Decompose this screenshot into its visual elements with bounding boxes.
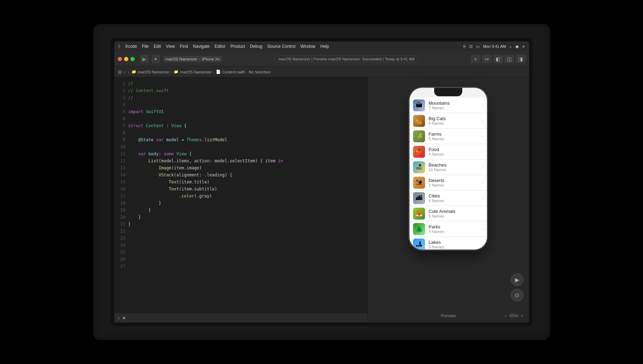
list-thumbnail: 🏖	[413, 161, 425, 173]
secondary-toolbar: ⊞ ‹ › 📁 macOS Namerizer › 📁 macOS Nameri…	[114, 67, 529, 77]
list-text: Big Cats 9 Names	[429, 116, 482, 125]
navigator-button[interactable]: ◧	[493, 55, 503, 63]
preview-play-button[interactable]: ▶	[511, 273, 523, 286]
screen:  Xcode File Edit View Find Navigate Edi…	[114, 41, 529, 323]
back-icon[interactable]: ‹	[124, 69, 126, 75]
breadcrumb-sep-2: ›	[213, 70, 214, 74]
menu-find[interactable]: Find	[180, 44, 188, 49]
list-item[interactable]: 🏙 Cities 4 Names ›	[410, 190, 487, 206]
list-item[interactable]: 🏞 Lakes 5 Names ›	[410, 237, 487, 249]
zoom-controls: − 65% +	[504, 313, 523, 318]
list-item[interactable]: 🐆 Big Cats 9 Names ›	[410, 113, 487, 129]
clock: Mon 9:41 AM	[483, 44, 506, 48]
breadcrumb-project-icon: 📁	[131, 70, 136, 74]
chevron-right-icon: ›	[482, 134, 483, 139]
list-text: Mountains 7 Names	[429, 100, 482, 110]
list-item[interactable]: 🦊 Cute Animals 5 Names ›	[410, 206, 487, 221]
minimize-button[interactable]	[124, 57, 128, 61]
menu-product[interactable]: Product	[231, 44, 245, 49]
toggle-layout-button[interactable]: ⇔	[482, 55, 492, 63]
list-item-subtitle: 9 Names	[429, 121, 482, 125]
list-item-subtitle: 3 Names	[429, 183, 482, 187]
zoom-out-button[interactable]: −	[504, 313, 507, 318]
list-thumbnail: 🍎	[413, 146, 425, 158]
menu-help[interactable]: Help	[320, 44, 329, 49]
menu-view[interactable]: View	[166, 44, 175, 49]
maximize-button[interactable]	[130, 57, 135, 61]
menu-window[interactable]: Window	[300, 44, 315, 49]
menu-icon[interactable]: ≡	[522, 44, 525, 48]
list-thumbnail: 🌾	[413, 130, 425, 142]
chevron-right-icon: ›	[482, 118, 483, 123]
list-item-subtitle: 4 Names	[429, 152, 482, 156]
list-text: Deserts 3 Names	[429, 178, 482, 187]
iphone-notch	[434, 88, 462, 96]
list-item[interactable]: 🌾 Farms 5 Names ›	[410, 129, 487, 144]
toolbar-right-buttons: + ⇔ ◧ ◫ ◨	[471, 55, 526, 63]
menubar-right: ⎘ ⊡ ▭ Mon 9:41 AM ⌕ ◉ ≡	[463, 44, 525, 49]
list-text: Parks 9 Names	[429, 224, 482, 234]
preview-label: Preview	[441, 313, 456, 318]
chevron-right-icon: ›	[482, 149, 483, 154]
list-item-title: Lakes	[429, 240, 482, 245]
breadcrumb-file[interactable]: Content.swift	[222, 70, 245, 74]
menu-edit[interactable]: Edit	[154, 44, 161, 49]
breadcrumb-project[interactable]: macOS Namerizer	[138, 70, 169, 74]
add-button[interactable]: +	[471, 55, 481, 63]
list-thumbnail: 🌲	[413, 223, 425, 235]
list-item-subtitle: 7 Names	[429, 106, 482, 110]
list-item-title: Farms	[429, 131, 482, 137]
scheme-selector[interactable]: macOS Namerizer › iPhone Xs	[163, 56, 223, 62]
menu-xcode[interactable]: Xcode	[125, 44, 137, 49]
list-item[interactable]: 🍎 Food 4 Names ›	[410, 144, 487, 160]
list-item-subtitle: 5 Names	[429, 137, 482, 141]
breadcrumb-group[interactable]: macOS Namerizer	[180, 70, 212, 74]
zoom-in-button[interactable]: +	[521, 313, 523, 318]
preview-controls: ▶ ⊙	[511, 273, 523, 301]
preview-panel: 🏔 Mountains 7 Names › 🐆 Big Cats 9 Names…	[367, 77, 529, 323]
list-item-subtitle: 10 Names	[429, 168, 482, 172]
assistant-button[interactable]: ◫	[504, 55, 514, 63]
list-text: Cities 4 Names	[429, 193, 482, 203]
code-editor[interactable]: 1234 5678 9101112 13141516 17181920 2122…	[114, 77, 367, 323]
inspector-button[interactable]: ◨	[516, 55, 526, 63]
menu-navigate[interactable]: Navigate	[193, 44, 210, 49]
close-button[interactable]	[118, 57, 122, 61]
list-item-title: Cities	[429, 193, 482, 199]
menu-file[interactable]: File	[142, 44, 149, 49]
menu-editor[interactable]: Editor	[214, 44, 225, 49]
list-item[interactable]: 🏖 Beaches 10 Names ›	[410, 160, 487, 175]
status-bar: ⎋ ▶	[114, 313, 367, 323]
chevron-right-icon: ›	[482, 196, 483, 201]
iphone-list: 🏔 Mountains 7 Names › 🐆 Big Cats 9 Names…	[410, 88, 487, 249]
run-button[interactable]: ▶	[140, 55, 149, 63]
list-item-subtitle: 4 Names	[429, 199, 482, 203]
sidebar-toggle-icon[interactable]: ⊞	[118, 69, 122, 75]
list-item-subtitle: 9 Names	[429, 229, 482, 234]
menu-debug[interactable]: Debug	[250, 44, 262, 49]
list-item[interactable]: 🏜 Deserts 3 Names ›	[410, 175, 487, 190]
breadcrumb-selection: No Selection	[249, 70, 270, 74]
menubar-left:  Xcode File Edit View Find Navigate Edi…	[118, 44, 329, 49]
list-item-subtitle: 5 Names	[429, 214, 482, 218]
list-text: Lakes 5 Names	[429, 240, 482, 249]
preview-stop-button[interactable]: ⊙	[511, 289, 523, 301]
breadcrumb: 📁 macOS Namerizer › 📁 macOS Namerizer › …	[131, 70, 271, 74]
iphone-screen: 🏔 Mountains 7 Names › 🐆 Big Cats 9 Names…	[410, 88, 487, 249]
code-content: 1234 5678 9101112 13141516 17181920 2122…	[114, 77, 367, 313]
forward-icon[interactable]: ›	[128, 69, 129, 75]
list-thumbnail: 🦊	[413, 208, 425, 220]
list-item-title: Big Cats	[429, 116, 482, 121]
list-item[interactable]: 🏔 Mountains 7 Names ›	[410, 98, 487, 113]
list-item[interactable]: 🌲 Parks 9 Names ›	[410, 221, 487, 237]
search-icon[interactable]: ⌕	[509, 44, 512, 48]
list-item-title: Food	[429, 147, 482, 152]
stop-button[interactable]: ■	[152, 55, 160, 63]
menu-source-control[interactable]: Source Control	[267, 44, 295, 49]
chevron-right-icon: ›	[482, 242, 483, 247]
line-numbers: 1234 5678 9101112 13141516 17181920 2122…	[114, 80, 128, 310]
list-item-title: Cute Animals	[429, 209, 482, 214]
battery-icon: ▭	[476, 44, 480, 49]
list-text: Farms 5 Names	[429, 131, 482, 141]
chevron-right-icon: ›	[482, 211, 483, 216]
